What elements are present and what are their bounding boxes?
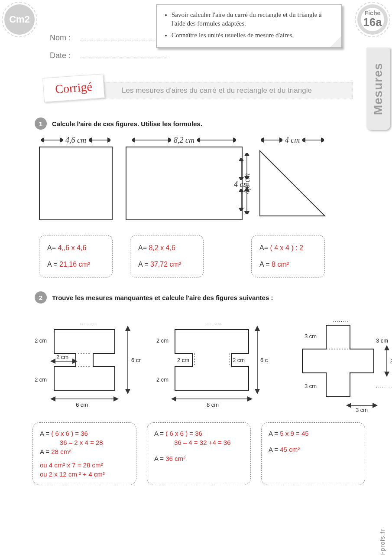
fiche-number: 16a [357,16,388,29]
svg-text:8 cm: 8 cm [207,402,219,408]
svg-text:........: ........ [333,318,349,323]
exercise-number-icon: 1 [35,118,47,130]
corrige-tag: Corrigé [42,74,105,102]
svg-text:2 cm: 2 cm [177,357,189,363]
page-fold-icon [330,36,341,47]
svg-text:2 cm: 2 cm [35,337,47,344]
svg-text:3 cm: 3 cm [305,383,317,389]
objectives-box: Savoir calculer l'aire du carré du recta… [156,4,342,48]
figure-cross-shape: ........ 3 cm 3 cm 3 cm 3 cm ........ 3 … [279,312,392,412]
exercise-prompt: Calcule l'aire de ces figures. Utilise l… [52,120,202,127]
name-label: Nom : [50,33,80,42]
svg-text:2 cm: 2 cm [156,376,168,383]
worksheet-page: Cm2 Fiche 16a Mesures Savoir calculer l'… [0,0,392,555]
answer-figure-c: A = 5 x 9 = 45 A = 45 cm² [261,422,365,485]
svg-text:3 cm: 3 cm [305,333,317,340]
name-input-line[interactable] [80,33,167,40]
source-url: http://www.i-profs.fr [379,529,386,555]
title-section: Les mesures d'aires du carré et du recta… [13,78,379,104]
svg-text:6 cm: 6 cm [76,402,88,408]
objective-item: Connaître les unités usuelles de mesure … [172,31,334,39]
svg-text:........: ........ [376,384,392,389]
square-side-label: 4,6 cm [65,136,86,145]
exercise-1-figures: 4,6 cm 8,2 cm 4,6 cm [39,136,379,222]
square-shape [39,147,113,220]
rect-width-label: 8,2 cm [174,136,194,145]
rectangle-shape [126,147,243,220]
figure-square: 4,6 cm [39,136,113,220]
svg-text:6 cm: 6 cm [131,357,141,363]
date-input-line[interactable] [80,50,167,58]
tri-height-label: 4 cm [234,180,249,189]
svg-text:........: ........ [205,320,222,325]
exercise-number-icon: 2 [35,291,47,304]
answer-square: A= 4,,6 x 4,6 A = 21,16 cm² [39,235,113,278]
objective-item: Savoir calculer l'aire du carré du recta… [172,10,334,28]
exercise-2-answers: A = ( 6 x 6 ) = 36 36 – 2 x 4 = 28 A = 2… [32,422,379,485]
exercise-1-header: 1 Calcule l'aire de ces figures. Utilise… [35,118,379,130]
lesson-title: Les mesures d'aires du carré et du recta… [100,82,353,99]
exercise-1-answers: A= 4,,6 x 4,6 A = 21,16 cm² A= 8,2 x 4,6… [39,235,379,278]
svg-text:2 cm: 2 cm [56,354,68,360]
svg-text:3 cm: 3 cm [376,337,388,344]
svg-marker-8 [260,151,325,216]
tri-base-label: 4 cm [285,136,300,145]
level-text: Cm2 [4,4,35,35]
figure-i-shape: ........ 2 cm 2 cm 2 cm 6 cm 6 cm [24,312,141,412]
svg-text:6 cm: 6 cm [260,357,268,363]
fiche-badge: Fiche 16a [357,4,388,35]
date-label: Date : [50,51,80,60]
answer-figure-a: A = ( 6 x 6 ) = 36 36 – 2 x 4 = 28 A = 2… [32,422,136,485]
level-badge: Cm2 [4,4,35,35]
figure-notch-shape: ........ 2 cm 2 cm 2 cm 2 cm 8 cm 6 cm [151,312,268,412]
svg-text:2 cm: 2 cm [233,357,245,363]
svg-text:2 cm: 2 cm [35,376,47,383]
answer-rectangle: A= 8,2 x 4,6 A = 37,72 cm² [130,235,204,278]
triangle-shape [256,147,329,220]
exercise-prompt: Trouve les mesures manquantes et calcule… [52,294,273,301]
answer-figure-b: A = ( 6 x 6 ) = 36 36 – 4 = 32 +4 = 36 A… [147,422,251,485]
figure-rectangle: 8,2 cm 4,6 cm [126,136,243,220]
figure-triangle: 4 cm 4 cm [256,136,329,222]
exercise-2-figures: ........ 2 cm 2 cm 2 cm 6 cm 6 cm ......… [24,312,379,412]
answer-triangle: A= ( 4 x 4 ) : 2 A = 8 cm² [251,235,325,278]
svg-text:2 cm: 2 cm [156,337,168,344]
exercise-2-header: 2 Trouve les mesures manquantes et calcu… [35,291,379,304]
svg-text:3 cm: 3 cm [390,358,392,365]
svg-text:........: ........ [80,320,97,325]
svg-text:3 cm: 3 cm [356,407,368,412]
